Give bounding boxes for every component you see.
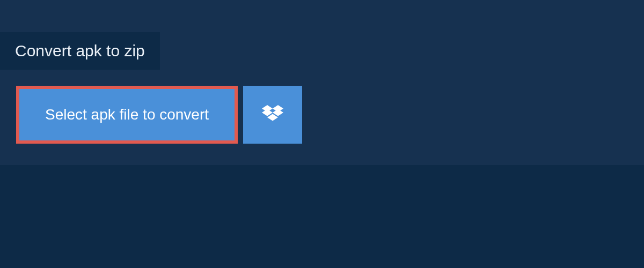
- select-button-highlight: Select apk file to convert: [16, 86, 238, 144]
- tab-label: Convert apk to zip: [15, 42, 145, 59]
- button-row: Select apk file to convert: [0, 70, 644, 144]
- select-file-button[interactable]: Select apk file to convert: [19, 89, 235, 140]
- dropbox-icon: [262, 105, 283, 124]
- select-file-button-label: Select apk file to convert: [45, 106, 209, 123]
- header-panel: Convert apk to zip Select apk file to co…: [0, 0, 644, 165]
- dropbox-source-button[interactable]: [243, 86, 302, 144]
- tab-convert-apk-to-zip[interactable]: Convert apk to zip: [0, 32, 160, 70]
- tab-container: Convert apk to zip: [0, 32, 160, 70]
